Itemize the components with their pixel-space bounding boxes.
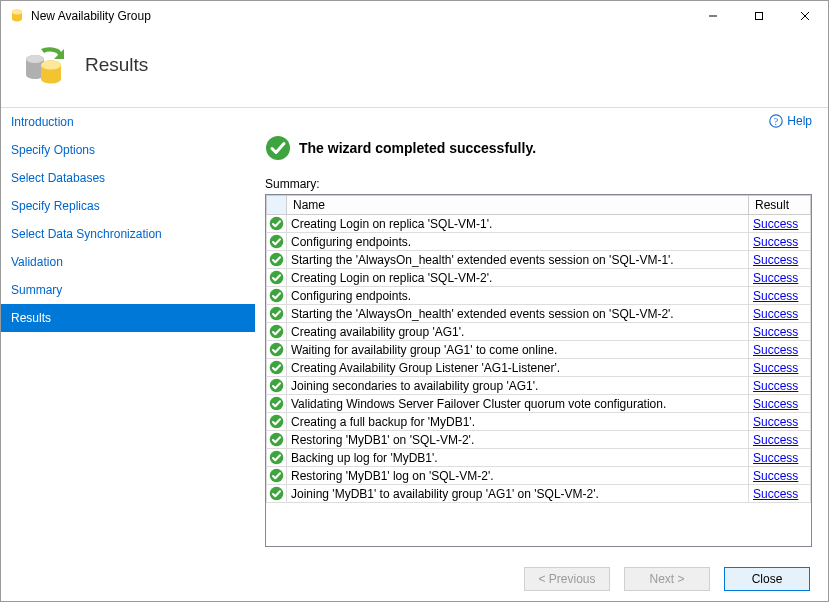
svg-point-1 bbox=[12, 10, 22, 15]
table-row: Creating a full backup for 'MyDB1'.Succe… bbox=[267, 413, 811, 431]
svg-point-25 bbox=[270, 433, 284, 447]
svg-point-19 bbox=[270, 325, 284, 339]
result-link[interactable]: Success bbox=[753, 379, 798, 393]
row-status-icon-cell bbox=[267, 413, 287, 431]
row-name-cell: Backing up log for 'MyDB1'. bbox=[287, 449, 749, 467]
row-result-cell: Success bbox=[749, 287, 811, 305]
success-icon bbox=[269, 360, 284, 375]
svg-point-28 bbox=[270, 487, 284, 501]
result-link[interactable]: Success bbox=[753, 487, 798, 501]
result-link[interactable]: Success bbox=[753, 235, 798, 249]
grid-corner-cell[interactable] bbox=[267, 196, 287, 215]
wizard-main-panel: ? Help The wizard completed successfully… bbox=[255, 108, 828, 555]
success-icon bbox=[269, 216, 284, 231]
result-link[interactable]: Success bbox=[753, 451, 798, 465]
row-status-icon-cell bbox=[267, 341, 287, 359]
row-status-icon-cell bbox=[267, 287, 287, 305]
summary-label: Summary: bbox=[265, 177, 812, 191]
nav-item[interactable]: Select Databases bbox=[1, 164, 255, 192]
result-link[interactable]: Success bbox=[753, 469, 798, 483]
row-result-cell: Success bbox=[749, 215, 811, 233]
help-label: Help bbox=[787, 114, 812, 128]
row-name-cell: Creating Login on replica 'SQL-VM-2'. bbox=[287, 269, 749, 287]
svg-point-27 bbox=[270, 469, 284, 483]
row-name-cell: Waiting for availability group 'AG1' to … bbox=[287, 341, 749, 359]
table-row: Creating Login on replica 'SQL-VM-1'.Suc… bbox=[267, 215, 811, 233]
row-status-icon-cell bbox=[267, 377, 287, 395]
svg-point-15 bbox=[270, 253, 284, 267]
success-icon bbox=[269, 450, 284, 465]
row-result-cell: Success bbox=[749, 449, 811, 467]
row-status-icon-cell bbox=[267, 215, 287, 233]
summary-grid-wrapper: Name Result Creating Login on replica 'S… bbox=[265, 194, 812, 547]
result-link[interactable]: Success bbox=[753, 397, 798, 411]
table-row: Waiting for availability group 'AG1' to … bbox=[267, 341, 811, 359]
table-row: Restoring 'MyDB1' on 'SQL-VM-2'.Success bbox=[267, 431, 811, 449]
success-icon bbox=[269, 324, 284, 339]
help-link[interactable]: ? Help bbox=[769, 114, 812, 128]
row-result-cell: Success bbox=[749, 251, 811, 269]
row-result-cell: Success bbox=[749, 431, 811, 449]
table-row: Starting the 'AlwaysOn_health' extended … bbox=[267, 251, 811, 269]
row-result-cell: Success bbox=[749, 467, 811, 485]
success-icon bbox=[269, 396, 284, 411]
result-link[interactable]: Success bbox=[753, 253, 798, 267]
maximize-button[interactable] bbox=[736, 1, 782, 31]
row-result-cell: Success bbox=[749, 233, 811, 251]
row-status-icon-cell bbox=[267, 251, 287, 269]
svg-point-16 bbox=[270, 271, 284, 285]
success-icon bbox=[269, 234, 284, 249]
row-result-cell: Success bbox=[749, 485, 811, 503]
close-button[interactable]: Close bbox=[724, 567, 810, 591]
result-link[interactable]: Success bbox=[753, 307, 798, 321]
result-link[interactable]: Success bbox=[753, 325, 798, 339]
result-link[interactable]: Success bbox=[753, 433, 798, 447]
svg-point-24 bbox=[270, 415, 284, 429]
svg-point-21 bbox=[270, 361, 284, 375]
table-row: Joining 'MyDB1' to availability group 'A… bbox=[267, 485, 811, 503]
svg-text:?: ? bbox=[774, 116, 779, 127]
result-link[interactable]: Success bbox=[753, 361, 798, 375]
result-link[interactable]: Success bbox=[753, 415, 798, 429]
wizard-window: New Availability Group Results Introduct… bbox=[0, 0, 829, 602]
table-row: Configuring endpoints.Success bbox=[267, 233, 811, 251]
nav-item[interactable]: Specify Options bbox=[1, 136, 255, 164]
svg-point-22 bbox=[270, 379, 284, 393]
row-result-cell: Success bbox=[749, 413, 811, 431]
nav-item[interactable]: Specify Replicas bbox=[1, 192, 255, 220]
result-link[interactable]: Success bbox=[753, 343, 798, 357]
column-header-result[interactable]: Result bbox=[749, 196, 811, 215]
svg-point-18 bbox=[270, 307, 284, 321]
table-row: Backing up log for 'MyDB1'.Success bbox=[267, 449, 811, 467]
result-link[interactable]: Success bbox=[753, 271, 798, 285]
nav-item[interactable]: Summary bbox=[1, 276, 255, 304]
row-status-icon-cell bbox=[267, 449, 287, 467]
minimize-button[interactable] bbox=[690, 1, 736, 31]
nav-item[interactable]: Validation bbox=[1, 248, 255, 276]
success-icon bbox=[269, 288, 284, 303]
result-link[interactable]: Success bbox=[753, 217, 798, 231]
row-name-cell: Creating Availability Group Listener 'AG… bbox=[287, 359, 749, 377]
row-status-icon-cell bbox=[267, 269, 287, 287]
nav-item[interactable]: Select Data Synchronization bbox=[1, 220, 255, 248]
success-icon bbox=[269, 378, 284, 393]
svg-point-13 bbox=[270, 217, 284, 231]
row-name-cell: Configuring endpoints. bbox=[287, 287, 749, 305]
wizard-body: IntroductionSpecify OptionsSelect Databa… bbox=[1, 107, 828, 555]
success-icon bbox=[269, 414, 284, 429]
row-status-icon-cell bbox=[267, 323, 287, 341]
nav-item[interactable]: Introduction bbox=[1, 108, 255, 136]
wizard-footer: < Previous Next > Close bbox=[1, 555, 828, 601]
row-status-icon-cell bbox=[267, 395, 287, 413]
row-name-cell: Starting the 'AlwaysOn_health' extended … bbox=[287, 305, 749, 323]
result-link[interactable]: Success bbox=[753, 289, 798, 303]
table-row: Starting the 'AlwaysOn_health' extended … bbox=[267, 305, 811, 323]
titlebar: New Availability Group bbox=[1, 1, 828, 31]
close-window-button[interactable] bbox=[782, 1, 828, 31]
column-header-name[interactable]: Name bbox=[287, 196, 749, 215]
row-status-icon-cell bbox=[267, 305, 287, 323]
table-row: Creating availability group 'AG1'.Succes… bbox=[267, 323, 811, 341]
nav-item[interactable]: Results bbox=[1, 304, 255, 332]
row-result-cell: Success bbox=[749, 395, 811, 413]
app-icon bbox=[9, 8, 25, 24]
